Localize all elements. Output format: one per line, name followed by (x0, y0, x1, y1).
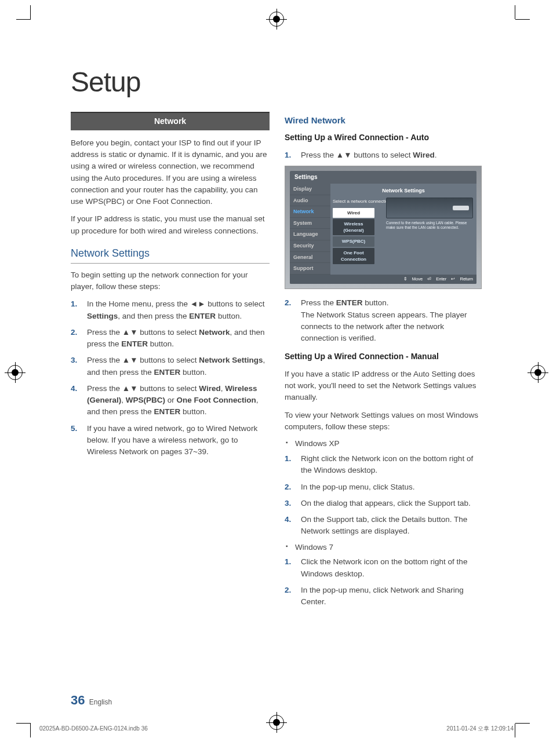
sidebar-item-system: System (290, 218, 330, 229)
page-title: Setup (71, 63, 483, 101)
wired-auto-steps-b: Press the ENTER button. The Network Stat… (285, 297, 483, 344)
heading-network-settings: Network Settings (71, 246, 270, 264)
crop-mark (515, 724, 515, 737)
page-language: English (89, 698, 112, 706)
manual-paragraph-1: If you have a static IP address or the A… (285, 368, 483, 404)
footer-enter: ⏎ Enter (427, 276, 446, 282)
crop-mark (515, 5, 515, 19)
page-content: Setup Network Before you begin, contact … (71, 63, 483, 612)
crop-mark (30, 724, 31, 737)
page-number: 36 English (71, 692, 112, 710)
step-2: Press the ▲▼ buttons to select Network, … (71, 327, 270, 350)
footer-file: 02025A-BD-D6500-ZA-ENG-0124.indb 36 (39, 725, 148, 733)
right-column: Wired Network Setting Up a Wired Connect… (285, 112, 483, 612)
xp-step-2: In the pop-up menu, click Status. (285, 481, 483, 493)
screenshot-note: Connect to the network using LAN cable. … (386, 221, 473, 230)
wired-auto-step-2: Press the ENTER button. The Network Stat… (285, 297, 483, 344)
crop-mark (16, 723, 31, 724)
option-wps: WPS(PBC) (333, 236, 374, 246)
option-wired: Wired (333, 208, 374, 218)
sidebar-item-language: Language (290, 229, 330, 240)
bullet-windows-xp: Windows XP (285, 439, 483, 450)
page-number-value: 36 (71, 693, 85, 707)
router-illustration-icon (386, 198, 473, 218)
step-1: In the Home menu, press the ◄► buttons t… (71, 298, 270, 322)
footer-meta: 02025A-BD-D6500-ZA-ENG-0124.indb 36 2011… (39, 725, 514, 733)
sidebar-item-general: General (290, 252, 330, 264)
footer-return: ↩ Return (451, 276, 473, 282)
registration-mark-icon (8, 365, 23, 380)
screenshot-header: Network Settings (333, 186, 474, 197)
intro-paragraph-1: Before you begin, contact your ISP to fi… (71, 137, 270, 208)
sidebar-item-audio: Audio (290, 195, 330, 207)
registration-mark-icon (530, 365, 545, 380)
network-settings-intro: To begin setting up the network connecti… (71, 269, 270, 293)
heading-wired-manual: Setting Up a Wired Connection - Manual (285, 351, 483, 363)
option-wireless: Wireless (General) (333, 219, 374, 235)
screenshot-sidebar: Display Audio Network System Language Se… (290, 184, 330, 275)
wired-auto-step-1: Press the ▲▼ buttons to select Wired. (285, 149, 483, 161)
network-settings-steps: In the Home menu, press the ◄► buttons t… (71, 298, 270, 458)
section-heading-network: Network (71, 112, 270, 130)
footer-move: ⇕ Move (403, 276, 423, 282)
crop-mark (515, 723, 530, 724)
xp-step-4: On the Support tab, click the Details bu… (285, 514, 483, 538)
step-5: If you have a wired network, go to Wired… (71, 423, 270, 458)
sidebar-item-display: Display (290, 184, 330, 195)
sidebar-item-network: Network (290, 206, 330, 218)
xp-steps: Right click the Network icon on the bott… (285, 453, 483, 538)
screenshot-main: Network Settings Select a network connec… (330, 184, 476, 275)
crop-mark (515, 19, 530, 20)
step-3: Press the ▲▼ buttons to select Network S… (71, 355, 270, 378)
crop-mark (16, 19, 31, 20)
sidebar-item-support: Support (290, 263, 330, 275)
w7-step-2: In the pop-up menu, click Network and Sh… (285, 585, 483, 608)
wired-auto-steps-a: Press the ▲▼ buttons to select Wired. (285, 149, 483, 161)
xp-step-3: On the dialog that appears, click the Su… (285, 498, 483, 509)
intro-paragraph-2: If your IP address is static, you must u… (71, 213, 270, 237)
sidebar-item-security: Security (290, 240, 330, 252)
footer-timestamp: 2011-01-24 오후 12:09:14 (446, 725, 514, 733)
screenshot-title: Settings (290, 171, 476, 184)
heading-wired-network: Wired Network (285, 114, 483, 126)
w7-step-1: Click the Network icon on the bottom rig… (285, 556, 483, 580)
step-4: Press the ▲▼ buttons to select Wired, Wi… (71, 383, 270, 418)
bullet-windows-7: Windows 7 (285, 542, 483, 553)
screenshot-footer: ⇕ Move ⏎ Enter ↩ Return (290, 275, 476, 284)
xp-step-1: Right click the Network icon on the bott… (285, 453, 483, 477)
left-column: Network Before you begin, contact your I… (71, 112, 270, 612)
heading-wired-auto: Setting Up a Wired Connection - Auto (285, 132, 483, 144)
option-onefoot: One Foot Connection (333, 248, 374, 264)
w7-steps: Click the Network icon on the bottom rig… (285, 556, 483, 608)
registration-mark-icon (269, 12, 284, 27)
crop-mark (30, 5, 31, 19)
manual-paragraph-2: To view your Network Settings values on … (285, 410, 483, 433)
settings-screenshot: Settings Display Audio Network System La… (285, 166, 482, 289)
